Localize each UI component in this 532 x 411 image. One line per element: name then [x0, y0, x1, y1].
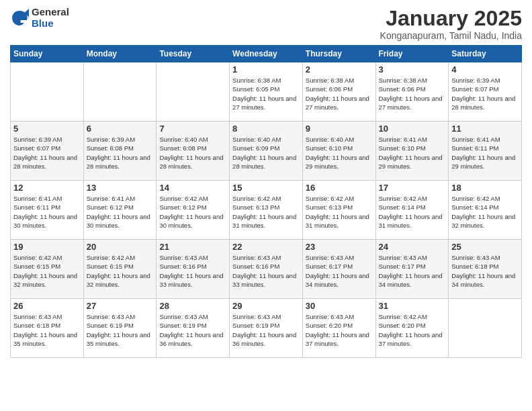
calendar-day-cell: 18Sunrise: 6:42 AM Sunset: 6:14 PM Dayli…: [449, 181, 522, 240]
calendar-day-cell: 4Sunrise: 6:39 AM Sunset: 6:07 PM Daylig…: [449, 62, 522, 122]
day-number: 7: [159, 124, 226, 134]
page-container: General Blue January 2025 Konganapuram, …: [0, 0, 532, 361]
calendar-day-cell: 8Sunrise: 6:40 AM Sunset: 6:09 PM Daylig…: [230, 122, 303, 181]
weekday-header-cell: Tuesday: [157, 46, 230, 62]
day-number: 10: [379, 124, 446, 134]
calendar-day-cell: 25Sunrise: 6:43 AM Sunset: 6:18 PM Dayli…: [449, 240, 522, 299]
calendar-day-cell: 17Sunrise: 6:42 AM Sunset: 6:14 PM Dayli…: [375, 181, 449, 240]
calendar-day-cell: 12Sunrise: 6:41 AM Sunset: 6:11 PM Dayli…: [11, 181, 84, 240]
day-info: Sunrise: 6:40 AM Sunset: 6:10 PM Dayligh…: [306, 135, 373, 171]
day-number: 27: [87, 301, 154, 311]
calendar-day-cell: 1Sunrise: 6:38 AM Sunset: 6:05 PM Daylig…: [230, 62, 303, 122]
calendar-week-row: 5Sunrise: 6:39 AM Sunset: 6:07 PM Daylig…: [11, 122, 522, 181]
day-info: Sunrise: 6:41 AM Sunset: 6:12 PM Dayligh…: [87, 194, 154, 230]
calendar-day-cell: 10Sunrise: 6:41 AM Sunset: 6:10 PM Dayli…: [375, 122, 449, 181]
day-number: 28: [159, 301, 226, 311]
day-number: 13: [87, 183, 154, 193]
day-info: Sunrise: 6:43 AM Sunset: 6:16 PM Dayligh…: [232, 253, 300, 289]
calendar-day-cell: 13Sunrise: 6:41 AM Sunset: 6:12 PM Dayli…: [83, 181, 157, 240]
weekday-header-cell: Wednesday: [230, 46, 303, 62]
day-info: Sunrise: 6:43 AM Sunset: 6:17 PM Dayligh…: [379, 253, 446, 289]
calendar-day-cell: 15Sunrise: 6:42 AM Sunset: 6:13 PM Dayli…: [230, 181, 303, 240]
day-info: Sunrise: 6:43 AM Sunset: 6:16 PM Dayligh…: [159, 253, 226, 289]
logo: General Blue: [10, 7, 69, 29]
weekday-header-cell: Sunday: [11, 46, 84, 62]
day-info: Sunrise: 6:39 AM Sunset: 6:07 PM Dayligh…: [13, 135, 81, 171]
calendar-day-cell: [449, 299, 522, 358]
day-number: 24: [379, 242, 446, 252]
calendar-day-cell: 6Sunrise: 6:39 AM Sunset: 6:08 PM Daylig…: [83, 122, 157, 181]
weekday-header-cell: Thursday: [302, 46, 375, 62]
day-number: 26: [13, 301, 81, 311]
day-info: Sunrise: 6:42 AM Sunset: 6:20 PM Dayligh…: [379, 312, 446, 348]
calendar-header-row: SundayMondayTuesdayWednesdayThursdayFrid…: [11, 46, 522, 62]
day-number: 2: [306, 64, 373, 75]
day-info: Sunrise: 6:43 AM Sunset: 6:18 PM Dayligh…: [451, 253, 519, 289]
day-info: Sunrise: 6:42 AM Sunset: 6:15 PM Dayligh…: [87, 253, 154, 289]
day-info: Sunrise: 6:40 AM Sunset: 6:08 PM Dayligh…: [159, 135, 226, 171]
calendar-week-row: 12Sunrise: 6:41 AM Sunset: 6:11 PM Dayli…: [11, 181, 522, 240]
day-number: 12: [13, 183, 81, 193]
calendar-week-row: 1Sunrise: 6:38 AM Sunset: 6:05 PM Daylig…: [11, 62, 522, 122]
day-info: Sunrise: 6:39 AM Sunset: 6:07 PM Dayligh…: [451, 76, 519, 111]
day-number: 1: [232, 64, 300, 75]
day-number: 4: [451, 64, 519, 75]
day-number: 21: [159, 242, 226, 252]
day-info: Sunrise: 6:41 AM Sunset: 6:11 PM Dayligh…: [451, 135, 519, 171]
month-title: January 2025: [380, 7, 522, 30]
day-number: 16: [306, 183, 373, 193]
calendar-day-cell: [83, 62, 157, 122]
logo-text: General Blue: [32, 7, 69, 29]
day-info: Sunrise: 6:43 AM Sunset: 6:19 PM Dayligh…: [232, 312, 300, 348]
day-number: 30: [306, 301, 373, 311]
logo-icon: [10, 9, 29, 28]
calendar-day-cell: 30Sunrise: 6:43 AM Sunset: 6:20 PM Dayli…: [302, 299, 375, 358]
calendar-body: 1Sunrise: 6:38 AM Sunset: 6:05 PM Daylig…: [11, 62, 522, 358]
day-number: 20: [87, 242, 154, 252]
day-number: 3: [379, 64, 446, 75]
title-block: January 2025 Konganapuram, Tamil Nadu, I…: [380, 7, 522, 41]
calendar-day-cell: 5Sunrise: 6:39 AM Sunset: 6:07 PM Daylig…: [11, 122, 84, 181]
calendar-day-cell: 7Sunrise: 6:40 AM Sunset: 6:08 PM Daylig…: [157, 122, 230, 181]
day-info: Sunrise: 6:41 AM Sunset: 6:10 PM Dayligh…: [379, 135, 446, 171]
day-number: 9: [306, 124, 373, 134]
day-info: Sunrise: 6:43 AM Sunset: 6:17 PM Dayligh…: [306, 253, 373, 289]
location: Konganapuram, Tamil Nadu, India: [380, 30, 522, 41]
calendar-day-cell: 29Sunrise: 6:43 AM Sunset: 6:19 PM Dayli…: [230, 299, 303, 358]
day-number: 25: [451, 242, 519, 252]
day-info: Sunrise: 6:42 AM Sunset: 6:14 PM Dayligh…: [379, 194, 446, 230]
day-info: Sunrise: 6:38 AM Sunset: 6:05 PM Dayligh…: [232, 76, 300, 111]
calendar-week-row: 26Sunrise: 6:43 AM Sunset: 6:18 PM Dayli…: [11, 299, 522, 358]
day-info: Sunrise: 6:39 AM Sunset: 6:08 PM Dayligh…: [87, 135, 154, 171]
day-info: Sunrise: 6:42 AM Sunset: 6:13 PM Dayligh…: [306, 194, 373, 230]
day-info: Sunrise: 6:42 AM Sunset: 6:13 PM Dayligh…: [232, 194, 300, 230]
calendar-day-cell: [11, 62, 84, 122]
day-info: Sunrise: 6:40 AM Sunset: 6:09 PM Dayligh…: [232, 135, 300, 171]
calendar-day-cell: 24Sunrise: 6:43 AM Sunset: 6:17 PM Dayli…: [375, 240, 449, 299]
day-info: Sunrise: 6:43 AM Sunset: 6:18 PM Dayligh…: [13, 312, 81, 348]
calendar-day-cell: 22Sunrise: 6:43 AM Sunset: 6:16 PM Dayli…: [230, 240, 303, 299]
weekday-header-cell: Saturday: [449, 46, 522, 62]
calendar-day-cell: 19Sunrise: 6:42 AM Sunset: 6:15 PM Dayli…: [11, 240, 84, 299]
day-info: Sunrise: 6:38 AM Sunset: 6:06 PM Dayligh…: [306, 76, 373, 111]
day-info: Sunrise: 6:42 AM Sunset: 6:15 PM Dayligh…: [13, 253, 81, 289]
calendar-day-cell: 9Sunrise: 6:40 AM Sunset: 6:10 PM Daylig…: [302, 122, 375, 181]
day-info: Sunrise: 6:43 AM Sunset: 6:20 PM Dayligh…: [306, 312, 373, 348]
calendar-day-cell: 26Sunrise: 6:43 AM Sunset: 6:18 PM Dayli…: [11, 299, 84, 358]
day-number: 31: [379, 301, 446, 311]
day-info: Sunrise: 6:43 AM Sunset: 6:19 PM Dayligh…: [159, 312, 226, 348]
calendar-day-cell: 21Sunrise: 6:43 AM Sunset: 6:16 PM Dayli…: [157, 240, 230, 299]
day-number: 18: [451, 183, 519, 193]
day-number: 6: [87, 124, 154, 134]
weekday-header-cell: Friday: [375, 46, 449, 62]
day-number: 14: [159, 183, 226, 193]
day-number: 15: [232, 183, 300, 193]
calendar-day-cell: [157, 62, 230, 122]
calendar-day-cell: 20Sunrise: 6:42 AM Sunset: 6:15 PM Dayli…: [83, 240, 157, 299]
day-info: Sunrise: 6:42 AM Sunset: 6:14 PM Dayligh…: [451, 194, 519, 230]
calendar-day-cell: 2Sunrise: 6:38 AM Sunset: 6:06 PM Daylig…: [302, 62, 375, 122]
calendar-week-row: 19Sunrise: 6:42 AM Sunset: 6:15 PM Dayli…: [11, 240, 522, 299]
day-info: Sunrise: 6:43 AM Sunset: 6:19 PM Dayligh…: [87, 312, 154, 348]
calendar-day-cell: 14Sunrise: 6:42 AM Sunset: 6:12 PM Dayli…: [157, 181, 230, 240]
day-info: Sunrise: 6:42 AM Sunset: 6:12 PM Dayligh…: [159, 194, 226, 230]
